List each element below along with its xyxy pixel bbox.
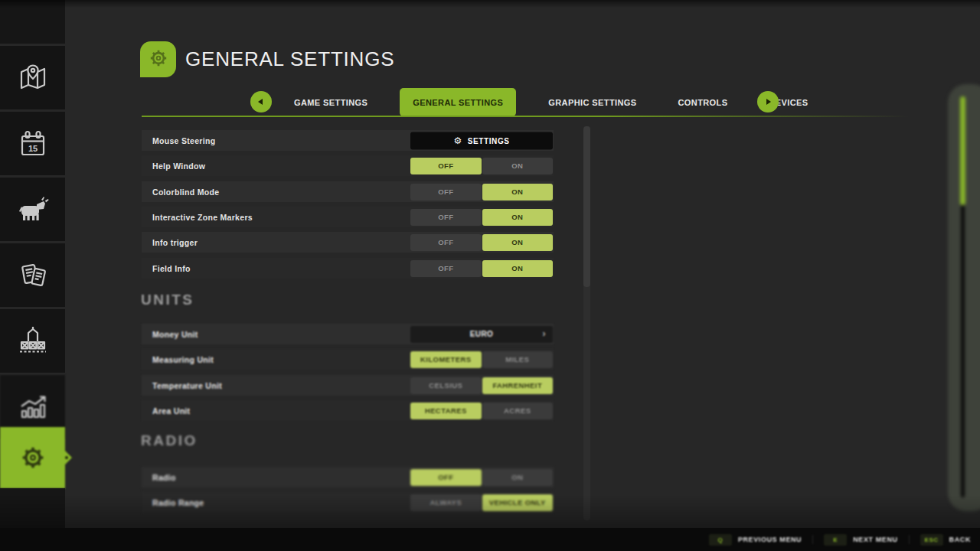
radio-toggle: OFF ON [410,469,553,486]
key-badge-next: E [824,534,847,546]
toggle-option-off[interactable]: OFF [410,469,482,486]
key-badge-previous: Q [709,534,732,546]
bottom-bar: Q PREVIOUS MENU E NEXT MENU ESC BACK [0,528,980,551]
setting-row-radio: Radio OFF ON [142,467,554,487]
settings-section-radio: RADIO Radio OFF ON Radio Range ALWAYS VE… [0,0,980,551]
previous-menu-label: PREVIOUS MENU [738,536,802,543]
general-settings-screen: 15 [0,0,980,551]
previous-menu-hint[interactable]: Q PREVIOUS MENU [709,534,802,546]
hint-divider [812,535,813,544]
setting-row-radio-range: Radio Range ALWAYS VEHICLE ONLY [142,492,554,513]
scrollbar-thumb[interactable] [583,126,590,287]
hint-divider [909,535,910,544]
back-label: BACK [949,536,971,543]
content-scrollbar[interactable] [583,126,590,520]
toggle-option-on[interactable]: ON [482,469,554,486]
setting-label: Radio Range [152,498,204,507]
toggle-option-vehicle-only[interactable]: VEHICLE ONLY [482,494,554,511]
slider-empty-track [961,205,965,497]
next-menu-hint[interactable]: E NEXT MENU [824,534,897,546]
section-header-radio: RADIO [141,432,198,449]
toggle-option-always[interactable]: ALWAYS [410,494,482,511]
slider-filled-track [960,96,965,205]
right-scroll-slider[interactable] [948,84,980,511]
radio-range-toggle: ALWAYS VEHICLE ONLY [410,494,553,511]
key-badge-esc: ESC [920,534,943,546]
back-hint[interactable]: ESC BACK [920,534,971,546]
setting-label: Radio [152,473,176,482]
next-menu-label: NEXT MENU [853,536,897,543]
